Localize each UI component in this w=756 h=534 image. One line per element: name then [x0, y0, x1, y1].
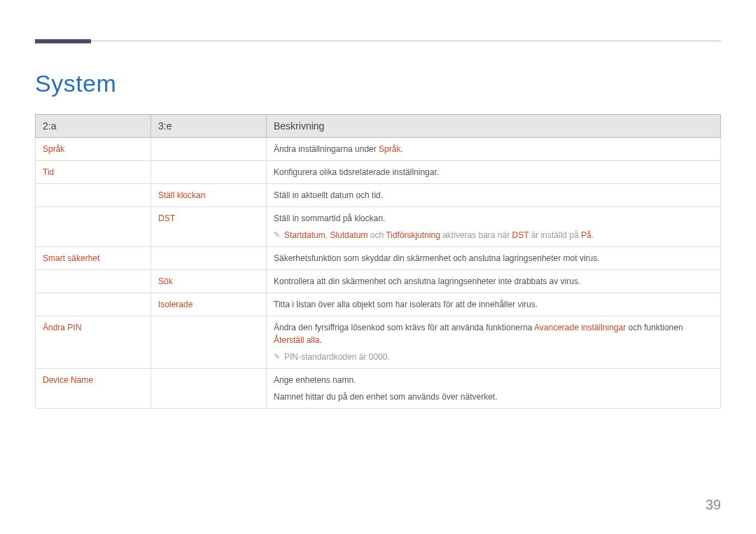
desc-plain: och funktionen [626, 323, 682, 332]
cell-3e: DST [151, 207, 267, 247]
col-header-3e: 3:e [151, 115, 267, 138]
note-text: Startdatum, Slutdatum och Tidförskjutnin… [284, 229, 713, 241]
cell-3e [151, 138, 267, 161]
table-row: DST Ställ in sommartid på klockan. ✎ Sta… [36, 207, 721, 247]
system-table: 2:a 3:e Beskrivning Språk Ändra inställn… [35, 114, 721, 409]
cell-desc: Säkerhetsfunktion som skyddar din skärme… [267, 247, 721, 270]
table-header-row: 2:a 3:e Beskrivning [36, 115, 721, 138]
table-row: Tid Konfigurera olika tidsrelaterade ins… [36, 161, 721, 184]
cell-2a [36, 270, 151, 293]
cell-3e: Isolerade [151, 293, 267, 316]
cell-3e [151, 316, 267, 369]
cell-3e: Sök [151, 270, 267, 293]
note-accent: Tidförskjutning [386, 230, 440, 240]
page: System 2:a 3:e Beskrivning Språk Ändra i… [0, 0, 756, 534]
table-row: Isolerade Titta i listan över alla objek… [36, 293, 721, 316]
note: ✎ PIN-standardkoden är 0000. [274, 351, 713, 363]
table-row: Ställ klockan Ställ in aktuellt datum oc… [36, 184, 721, 207]
desc-plain: . [319, 335, 321, 345]
table-row: Sök Kontrollera att din skärmenhet och a… [36, 270, 721, 293]
pencil-icon: ✎ [274, 229, 280, 241]
note-plain: och [368, 230, 386, 240]
header-rule-line [35, 41, 721, 41]
section-title: System [35, 70, 721, 97]
note-plain: aktiveras bara när [440, 230, 512, 240]
desc-plain: Ändra den fyrsiffriga lösenkod som krävs… [274, 323, 534, 332]
cell-2a: Språk [36, 138, 151, 161]
desc-accent: Återställ alla [274, 335, 319, 345]
cell-2a: Smart säkerhet [36, 247, 151, 270]
desc-accent: Språk [379, 144, 400, 154]
note-text: PIN-standardkoden är 0000. [284, 351, 713, 363]
cell-2a [36, 207, 151, 247]
cell-2a: Tid [36, 161, 151, 184]
page-number: 39 [706, 497, 721, 513]
table-row: Smart säkerhet Säkerhetsfunktion som sky… [36, 247, 721, 270]
cell-desc: Konfigurera olika tidsrelaterade inställ… [267, 161, 721, 184]
note-accent: Slutdatum [330, 230, 368, 240]
note-accent: På [581, 230, 592, 240]
note-accent: Startdatum [284, 230, 326, 240]
note-plain: är inställd på [528, 230, 581, 240]
cell-2a: Device Name [36, 369, 151, 409]
cell-3e: Ställ klockan [151, 184, 267, 207]
desc-text: Ställ in sommartid på klockan. [274, 212, 713, 225]
cell-desc: Ställ in sommartid på klockan. ✎ Startda… [267, 207, 721, 247]
col-header-2a: 2:a [36, 115, 151, 138]
cell-3e [151, 247, 267, 270]
table-row: Språk Ändra inställningarna under Språk. [36, 138, 721, 161]
note: ✎ Startdatum, Slutdatum och Tidförskjutn… [274, 229, 713, 241]
cell-3e [151, 369, 267, 409]
cell-desc: Titta i listan över alla objekt som har … [267, 293, 721, 316]
desc-text: . [400, 144, 402, 154]
cell-desc: Ändra den fyrsiffriga lösenkod som krävs… [267, 316, 721, 369]
desc-text: Ange enhetens namn. [274, 374, 713, 386]
table-row: Device Name Ange enhetens namn. Namnet h… [36, 369, 721, 409]
cell-desc: Ändra inställningarna under Språk. [267, 138, 721, 161]
cell-3e [151, 161, 267, 184]
cell-desc: Kontrollera att din skärmenhet och anslu… [267, 270, 721, 293]
header-rule [35, 35, 721, 49]
header-accent-bar [35, 39, 91, 43]
desc-text: Ändra inställningarna under [274, 144, 379, 154]
pencil-icon: ✎ [274, 351, 280, 363]
cell-2a [36, 184, 151, 207]
cell-2a: Ändra PIN [36, 316, 151, 369]
table-row: Ändra PIN Ändra den fyrsiffriga lösenkod… [36, 316, 721, 369]
note-plain: . [592, 230, 594, 240]
cell-2a [36, 293, 151, 316]
note-accent: DST [512, 230, 529, 240]
cell-desc: Ange enhetens namn. Namnet hittar du på … [267, 369, 721, 409]
desc-text: Namnet hittar du på den enhet som använd… [274, 391, 713, 403]
desc-accent: Avancerade inställningar [534, 323, 626, 332]
desc-text: Ändra den fyrsiffriga lösenkod som krävs… [274, 321, 713, 346]
cell-desc: Ställ in aktuellt datum och tid. [267, 184, 721, 207]
col-header-desc: Beskrivning [267, 115, 721, 138]
